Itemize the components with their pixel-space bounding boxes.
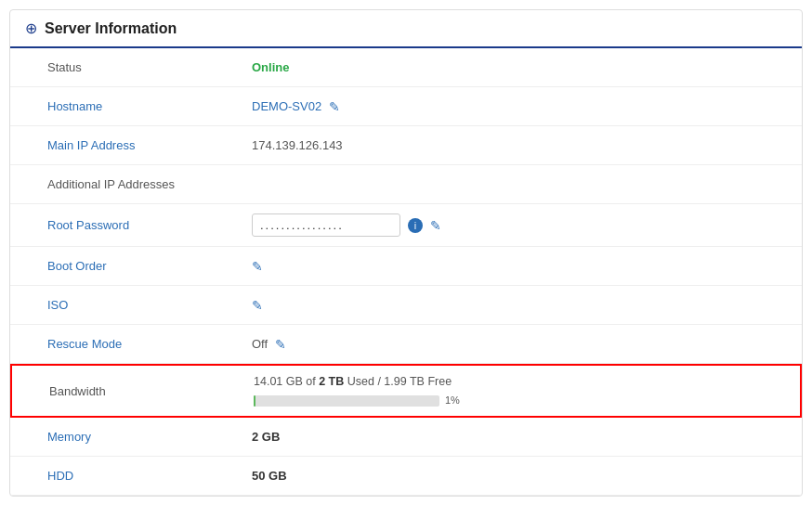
panel-body: Status Online Hostname DEMO-SV02 ✎ Main …: [10, 48, 802, 496]
globe-icon: ⊕: [25, 19, 37, 37]
rescue-mode-edit-icon[interactable]: ✎: [275, 337, 286, 352]
bandwidth-text: 14.01 GB of 2 TB Used / 1.99 TB Free: [254, 375, 460, 388]
additional-ip-label: Additional IP Addresses: [47, 177, 252, 191]
additional-ip-row: Additional IP Addresses: [10, 165, 802, 204]
status-label: Status: [47, 60, 252, 74]
rescue-mode-row: Rescue Mode Off ✎: [10, 325, 802, 364]
bandwidth-bar-fill: [254, 395, 255, 407]
root-password-row: Root Password i ✎: [10, 204, 802, 247]
root-password-input[interactable]: [252, 213, 400, 237]
hostname-label: Hostname: [47, 99, 252, 113]
memory-row: Memory 2 GB: [10, 418, 802, 457]
iso-edit-icon[interactable]: ✎: [252, 298, 263, 313]
root-password-value: i ✎: [252, 213, 765, 237]
hostname-text: DEMO-SV02: [252, 99, 321, 113]
bandwidth-used-prefix: 14.01 GB of: [254, 375, 319, 388]
boot-order-row: Boot Order ✎: [10, 247, 802, 286]
boot-order-value: ✎: [252, 259, 765, 274]
memory-value: 2 GB: [252, 430, 765, 444]
hostname-value-container: DEMO-SV02 ✎: [252, 99, 765, 114]
status-row: Status Online: [10, 48, 802, 87]
boot-order-label: Boot Order: [47, 259, 252, 273]
status-value: Online: [252, 60, 765, 74]
bandwidth-bar: [254, 395, 439, 407]
main-ip-value: 174.139.126.143: [252, 138, 765, 152]
hostname-row: Hostname DEMO-SV02 ✎: [10, 87, 802, 126]
status-online-text: Online: [252, 60, 289, 74]
bandwidth-details: 14.01 GB of 2 TB Used / 1.99 TB Free 1%: [254, 375, 460, 407]
hostname-edit-icon[interactable]: ✎: [329, 99, 340, 114]
panel-header: ⊕ Server Information: [10, 10, 802, 48]
bandwidth-value: 14.01 GB of 2 TB Used / 1.99 TB Free 1%: [254, 375, 763, 407]
bandwidth-used-suffix: Used / 1.99 TB Free: [344, 375, 452, 388]
iso-label: ISO: [47, 298, 252, 312]
server-information-panel: ⊕ Server Information Status Online Hostn…: [9, 9, 803, 497]
boot-order-edit-icon[interactable]: ✎: [252, 259, 263, 274]
main-ip-label: Main IP Address: [47, 138, 252, 152]
memory-text: 2 GB: [252, 430, 280, 444]
hdd-text: 50 GB: [252, 469, 287, 483]
memory-label: Memory: [47, 430, 252, 444]
rescue-mode-text: Off: [252, 337, 268, 351]
rescue-mode-label: Rescue Mode: [47, 337, 252, 351]
iso-row: ISO ✎: [10, 286, 802, 325]
rescue-mode-value: Off ✎: [252, 337, 765, 352]
password-edit-icon[interactable]: ✎: [430, 218, 441, 233]
hdd-label: HDD: [47, 469, 252, 483]
main-ip-row: Main IP Address 174.139.126.143: [10, 126, 802, 165]
bandwidth-row: Bandwidth 14.01 GB of 2 TB Used / 1.99 T…: [10, 364, 802, 418]
bandwidth-total: 2 TB: [319, 375, 344, 388]
bandwidth-percent-text: 1%: [445, 394, 460, 406]
hdd-row: HDD 50 GB: [10, 457, 802, 496]
panel-title: Server Information: [45, 20, 177, 37]
root-password-label: Root Password: [47, 218, 252, 232]
iso-value: ✎: [252, 298, 765, 313]
bandwidth-label: Bandwidth: [49, 384, 254, 398]
password-info-icon[interactable]: i: [408, 218, 423, 233]
main-ip-text: 174.139.126.143: [252, 138, 343, 152]
hdd-value: 50 GB: [252, 469, 765, 483]
